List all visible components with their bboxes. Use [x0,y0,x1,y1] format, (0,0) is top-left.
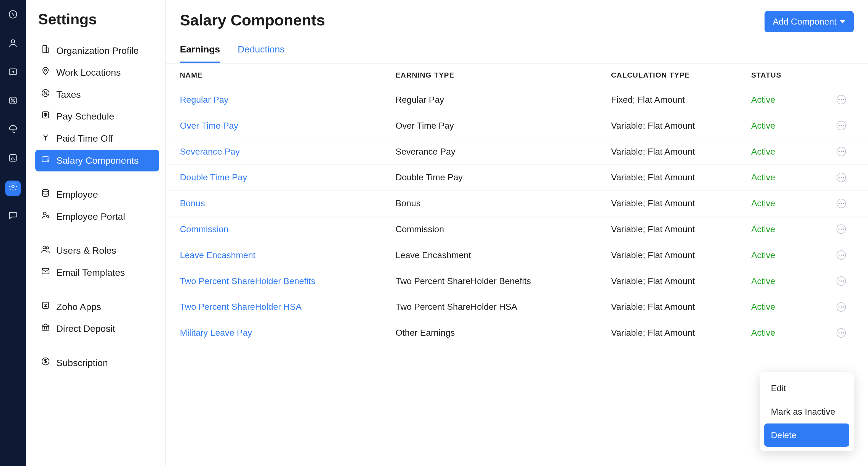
sidebar-item-label: Taxes [56,88,81,101]
svg-point-9 [44,69,46,71]
svg-point-5 [14,101,15,103]
svg-point-16 [43,212,46,215]
col-name: NAME [180,70,395,80]
app-root: Settings Organization ProfileWork Locati… [0,0,868,466]
row-actions-button[interactable] [837,199,846,208]
sidebar-item-label: Paid Time Off [56,132,113,145]
status-cell: Active [751,249,829,261]
percent-square-icon [8,95,18,109]
component-name-link[interactable]: Two Percent ShareHolder Benefits [180,276,315,286]
sidebar-item-zoho-apps[interactable]: Zoho Apps [35,296,159,318]
sidebar-item-org-profile[interactable]: Organization Profile [35,40,159,62]
table-row: Two Percent ShareHolder BenefitsTwo Perc… [165,268,868,294]
main-content: Salary Components Add Component Earnings… [165,0,868,466]
row-actions-button[interactable] [837,147,846,156]
row-actions-button[interactable] [837,328,846,338]
popover-inactive[interactable]: Mark as Inactive [764,400,849,424]
earning-type-cell: Leave Encashment [395,249,611,261]
rail-calc[interactable] [5,94,21,110]
status-cell: Active [751,120,829,132]
svg-point-15 [42,190,49,192]
svg-point-1 [11,40,14,43]
stack-icon [41,188,50,201]
sidebar-item-label: Subscription [56,356,108,370]
status-cell: Active [751,197,829,209]
earning-type-cell: Bonus [395,197,611,209]
sidebar-item-salary-components[interactable]: Salary Components [35,150,159,172]
component-name-link[interactable]: Regular Pay [180,95,228,105]
svg-point-18 [43,246,46,249]
inbox-arrow-icon [8,67,18,80]
sidebar-item-label: Organization Profile [56,44,139,57]
sidebar-item-pay-schedule[interactable]: Pay Schedule [35,106,159,127]
sidebar-item-subscription[interactable]: Subscription [35,352,159,374]
user-icon [8,38,18,51]
rail-settings[interactable] [5,180,21,196]
row-actions-button[interactable] [837,251,846,260]
component-name-link[interactable]: Commission [180,224,228,234]
component-name-link[interactable]: Bonus [180,198,205,208]
row-actions-button[interactable] [837,276,846,286]
sidebar-item-work-locations[interactable]: Work Locations [35,62,159,84]
component-name-link[interactable]: Leave Encashment [180,250,255,260]
popover-edit[interactable]: Edit [764,377,849,400]
calc-type-cell: Variable; Flat Amount [611,145,751,158]
rail-umbrella[interactable] [5,123,21,139]
row-actions-button[interactable] [837,173,846,182]
add-component-button[interactable]: Add Component [765,11,854,32]
rail-reports[interactable] [5,152,21,167]
bar-chart-icon [8,153,18,166]
component-name-link[interactable]: Severance Pay [180,147,240,156]
row-action-popover: Edit Mark as Inactive Delete [760,372,854,451]
sidebar-item-pto[interactable]: Paid Time Off [35,127,159,150]
tab-earnings[interactable]: Earnings [180,43,220,63]
table-row: Severance PaySeverance PayVariable; Flat… [165,139,868,165]
tab-deductions[interactable]: Deductions [238,43,284,63]
svg-point-19 [46,247,49,249]
rail-dashboard[interactable] [5,8,21,24]
rail-inbox[interactable] [5,66,21,81]
sidebar-item-label: Salary Components [56,154,139,167]
row-actions-button[interactable] [837,121,846,130]
earning-type-cell: Two Percent ShareHolder Benefits [395,275,611,287]
row-actions-button[interactable] [837,225,846,234]
row-actions-button[interactable] [837,95,846,104]
sidebar-item-employee-portal[interactable]: Employee Portal [35,206,159,228]
palm-icon [41,132,50,145]
table-row: Regular PayRegular PayFixed; Flat Amount… [165,87,868,113]
sidebar-title: Settings [38,9,158,30]
sidebar-item-email-templates[interactable]: Email Templates [35,262,159,284]
sidebar-item-label: Zoho Apps [56,300,101,314]
calc-type-cell: Variable; Flat Amount [611,249,751,261]
component-name-link[interactable]: Double Time Pay [180,172,247,182]
icon-rail [0,0,26,466]
add-component-label: Add Component [773,17,837,27]
component-name-link[interactable]: Over Time Pay [180,121,238,130]
col-calc: CALCULATION TYPE [611,70,751,80]
row-actions-button[interactable] [837,302,846,312]
earning-type-cell: Double Time Pay [395,171,611,183]
component-name-link[interactable]: Two Percent ShareHolder HSA [180,302,302,312]
component-name-link[interactable]: Military Leave Pay [180,328,252,338]
sidebar-item-label: Work Locations [56,66,121,79]
rail-employee[interactable] [5,37,21,53]
calc-type-cell: Variable; Flat Amount [611,301,751,313]
gear-icon [8,182,18,195]
earning-type-cell: Over Time Pay [395,120,611,132]
sidebar-item-employee[interactable]: Employee [35,183,159,206]
sidebar-item-users-roles[interactable]: Users & Roles [35,240,159,262]
popover-delete[interactable]: Delete [764,424,849,447]
table-row: Military Leave PayOther EarningsVariable… [165,320,868,346]
dollar-circle-icon [41,356,50,370]
rail-chat[interactable] [5,209,21,225]
status-cell: Active [751,171,829,183]
dollar-square-icon [41,110,50,123]
status-cell: Active [751,301,829,313]
table-row: Over Time PayOver Time PayVariable; Flat… [165,113,868,139]
sidebar-item-direct-deposit[interactable]: Direct Deposit [35,318,159,340]
status-cell: Active [751,275,829,287]
sidebar-item-taxes[interactable]: Taxes [35,84,159,106]
col-status: STATUS [751,70,829,80]
percent-icon [41,88,50,101]
calc-type-cell: Fixed; Flat Amount [611,94,751,106]
